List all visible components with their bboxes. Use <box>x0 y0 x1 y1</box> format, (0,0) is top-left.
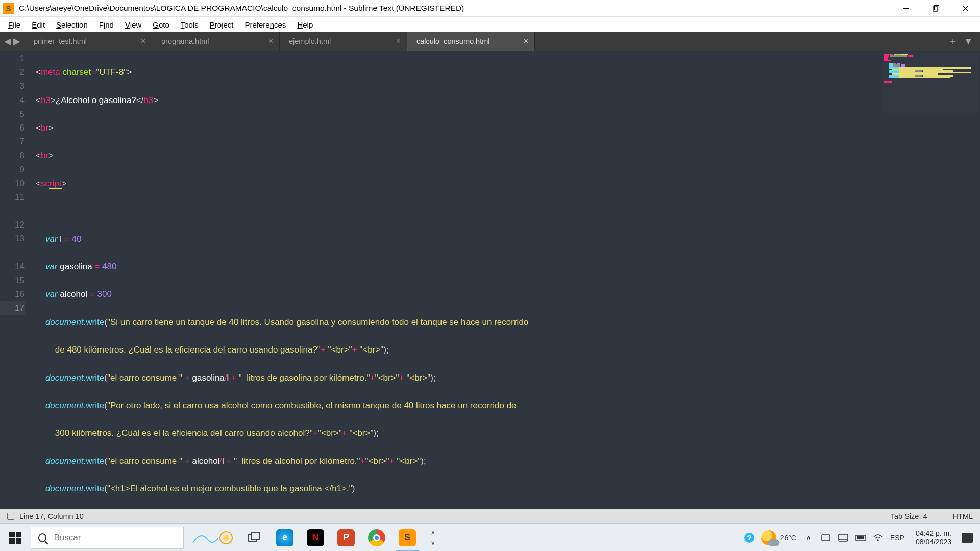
status-position[interactable]: Line 17, Column 10 <box>19 512 84 520</box>
tab-dropdown-icon[interactable]: ▼ <box>964 36 973 47</box>
tab-nav-arrows: ◀ ▶ <box>0 32 24 51</box>
tray-language[interactable]: ESP <box>890 534 904 542</box>
title-bar: S C:\Users\areye\OneDrive\Documentos\LOG… <box>0 0 980 17</box>
maximize-button[interactable] <box>921 0 950 17</box>
menu-project[interactable]: Project <box>205 18 239 31</box>
menu-goto[interactable]: Goto <box>148 18 175 31</box>
cortana-art[interactable] <box>188 527 239 549</box>
tray-time: 04:42 p. m. <box>916 529 951 538</box>
search-input[interactable] <box>54 533 176 543</box>
svg-text:?: ? <box>747 533 751 542</box>
taskbar-overflow[interactable]: ∧∨ <box>427 527 439 549</box>
weather-icon <box>761 530 776 545</box>
code-area[interactable]: <meta charset="UTF-8"> <h3>¿Alcohol o ga… <box>32 51 980 509</box>
close-icon[interactable]: × <box>396 37 401 46</box>
menu-tools[interactable]: Tools <box>176 18 204 31</box>
line-number: 13 <box>0 232 24 259</box>
close-icon[interactable]: × <box>268 37 273 46</box>
tab-label: primer_test.html <box>34 37 87 45</box>
svg-point-6 <box>223 535 229 541</box>
line-number: 6 <box>0 121 24 135</box>
svg-rect-1 <box>933 7 938 11</box>
minimap[interactable] <box>882 52 979 113</box>
task-view-button[interactable] <box>239 524 270 552</box>
new-tab-icon[interactable]: ＋ <box>948 35 958 47</box>
task-icons: e N P S <box>239 524 423 552</box>
svg-point-17 <box>877 539 879 541</box>
menu-edit[interactable]: Edit <box>27 18 50 31</box>
tray-wifi-icon[interactable] <box>873 533 883 542</box>
window-controls <box>891 0 980 17</box>
tab-calculo-consumo[interactable]: calculo_consumo.html × <box>407 32 535 51</box>
weather-temp: 26°C <box>780 534 796 542</box>
windows-icon <box>9 532 21 544</box>
line-number: 4 <box>0 93 24 107</box>
tray-onedrive-icon[interactable] <box>821 533 831 542</box>
menu-view[interactable]: View <box>120 18 146 31</box>
svg-rect-11 <box>822 535 830 541</box>
tab-bar: ◀ ▶ primer_test.html × programa.html × e… <box>0 32 980 51</box>
notifications-icon[interactable] <box>962 533 973 543</box>
minimize-button[interactable] <box>891 0 921 17</box>
line-number: 12 <box>0 218 24 232</box>
taskbar-search[interactable] <box>31 527 184 549</box>
line-number: 10 <box>0 177 24 190</box>
tray-clock[interactable]: 04:42 p. m. 08/04/2023 <box>916 529 951 546</box>
menu-find[interactable]: Find <box>94 18 119 31</box>
close-button[interactable] <box>950 0 980 17</box>
tray-chevron-icon[interactable]: ∧ <box>803 533 814 542</box>
line-number: 5 <box>0 107 24 121</box>
search-icon <box>38 533 46 542</box>
line-number: 14 <box>0 260 24 273</box>
status-tab-size[interactable]: Tab Size: 4 <box>891 512 927 520</box>
tab-ejemplo[interactable]: ejemplo.html × <box>280 32 407 51</box>
taskbar-sublime[interactable]: S <box>392 524 423 552</box>
menu-selection[interactable]: Selection <box>51 18 93 31</box>
menu-bar: File Edit Selection Find View Goto Tools… <box>0 17 980 32</box>
tray-battery-icon[interactable] <box>855 533 866 542</box>
taskbar-chrome[interactable] <box>361 524 392 552</box>
svg-rect-16 <box>857 536 864 539</box>
taskbar-netflix[interactable]: N <box>300 524 331 552</box>
menu-file[interactable]: File <box>3 18 26 31</box>
line-number: 2 <box>0 65 24 79</box>
tab-label: calculo_consumo.html <box>416 37 489 45</box>
close-icon[interactable]: × <box>524 37 528 46</box>
status-bar: Line 17, Column 10 Tab Size: 4 HTML <box>0 509 980 523</box>
svg-rect-8 <box>251 532 259 539</box>
line-number: 9 <box>0 163 24 177</box>
help-icon[interactable]: ? <box>744 533 754 542</box>
close-icon[interactable]: × <box>141 37 145 46</box>
line-number: 17 <box>0 301 24 315</box>
line-number: 16 <box>0 287 24 301</box>
editor[interactable]: 1 2 3 4 5 6 7 8 9 10 11 12 13 14 15 16 1… <box>0 51 980 509</box>
svg-rect-2 <box>934 5 939 10</box>
line-number: 11 <box>0 190 24 218</box>
line-number: 3 <box>0 79 24 93</box>
tray-date: 08/04/2023 <box>916 538 951 546</box>
taskbar-ie[interactable]: e <box>270 524 300 552</box>
panel-toggle-icon[interactable] <box>7 513 14 520</box>
taskbar: e N P S ∧∨ ? 26°C ∧ ESP 04:42 p. m. 08/0… <box>0 523 980 551</box>
tab-primer-test[interactable]: primer_test.html × <box>24 32 152 51</box>
nav-back-icon[interactable]: ◀ <box>4 36 11 47</box>
menu-help[interactable]: Help <box>292 18 318 31</box>
system-tray: ? 26°C ∧ ESP 04:42 p. m. 08/04/2023 <box>744 524 980 552</box>
line-number: 15 <box>0 273 24 287</box>
start-button[interactable] <box>0 524 31 552</box>
tab-label: programa.html <box>161 37 209 45</box>
weather-widget[interactable]: 26°C <box>761 530 796 545</box>
line-number: 8 <box>0 148 24 162</box>
nav-forward-icon[interactable]: ▶ <box>13 36 20 47</box>
status-syntax[interactable]: HTML <box>953 512 973 520</box>
line-number: 7 <box>0 135 24 148</box>
line-number: 1 <box>0 52 24 65</box>
tray-touchpad-icon[interactable] <box>838 533 848 542</box>
taskbar-powerpoint[interactable]: P <box>331 524 361 552</box>
tab-programa[interactable]: programa.html × <box>152 32 280 51</box>
window-title: C:\Users\areye\OneDrive\Documentos\LOGIC… <box>19 4 891 13</box>
tab-bar-actions: ＋ ▼ <box>948 32 980 51</box>
menu-preferences[interactable]: Preferences <box>239 18 291 31</box>
svg-rect-12 <box>839 534 848 541</box>
tab-label: ejemplo.html <box>289 37 331 45</box>
